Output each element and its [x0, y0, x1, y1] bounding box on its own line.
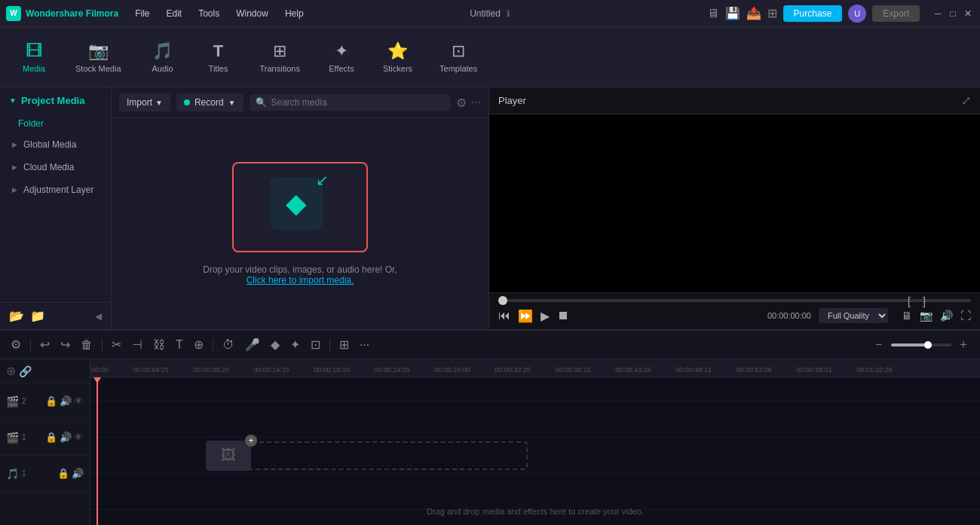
effect-btn[interactable]: ✦	[287, 334, 303, 355]
ruler-mark-2: 00:00:09:20	[193, 366, 229, 374]
toolbar-media[interactable]: 🎞 Media	[8, 35, 60, 79]
menu-help[interactable]: Help	[277, 5, 311, 22]
folder-open-icon[interactable]: 📂	[9, 309, 24, 323]
text-button[interactable]: T	[173, 335, 186, 355]
toolbar-stock-media[interactable]: 📷 Stock Media	[63, 35, 133, 79]
effects-label: Effects	[329, 64, 354, 73]
record-chevron-icon: ▼	[228, 99, 236, 107]
ruler-mark-3: 00:00:14:15	[253, 366, 289, 374]
link-button[interactable]: ⛓	[150, 335, 168, 355]
purchase-button[interactable]: Purchase	[783, 5, 843, 22]
toolbar-titles[interactable]: T Titles	[192, 35, 245, 79]
redo-button[interactable]: ↪	[57, 334, 73, 355]
panel-collapse-arrow[interactable]: ▼	[9, 96, 17, 105]
icon-share: 📤	[746, 6, 761, 20]
filmora-logo: ◆ ↙	[270, 177, 330, 237]
panel-collapse-icon[interactable]: ◀	[95, 311, 102, 322]
quality-select[interactable]: Full Quality 1/2 Quality 1/4 Quality	[819, 308, 888, 323]
toolbar-templates[interactable]: ⊡ Templates	[427, 35, 489, 79]
track-eye-icon-1[interactable]: 👁	[74, 432, 84, 443]
minimize-button[interactable]: ─	[932, 8, 944, 20]
player-controls: [ ] ⏮ ⏩ ▶ ⏹ 00:00:00:00 Full Quality 1/2…	[489, 292, 980, 329]
delete-button[interactable]: 🗑	[78, 335, 96, 355]
filter-icon[interactable]: ⚙	[456, 96, 467, 110]
ruler-mark-11: 00:00:53:06	[736, 366, 772, 374]
filmora-logo-bg: ◆ ↙	[270, 177, 323, 230]
menu-window[interactable]: Window	[228, 5, 276, 22]
title-bar: W Wondershare Filmora File Edit Tools Wi…	[0, 0, 980, 27]
track-label-video2: 🎬 2 🔒 🔊 👁	[0, 383, 90, 420]
undo-button[interactable]: ↩	[37, 334, 53, 355]
track-mute-icon-2[interactable]: 🔊	[60, 395, 72, 407]
menu-file[interactable]: File	[127, 5, 157, 22]
panel-item-folder[interactable]: Folder	[0, 114, 111, 133]
drop-zone-video1[interactable]	[241, 441, 528, 470]
toolbar-audio[interactable]: 🎵 Audio	[136, 35, 189, 79]
player-extra-icons: 🖥 📷 🔊 ⛶	[902, 310, 971, 322]
ruler-mark-13: 00:01:02:26	[856, 366, 893, 374]
snapshot-icon[interactable]: 📷	[920, 310, 933, 322]
video-track-icon-1: 🎬	[6, 432, 19, 444]
player-progress-thumb[interactable]	[498, 296, 507, 305]
player-expand-icon[interactable]: ⤢	[961, 93, 971, 108]
more-button[interactable]: ···	[357, 335, 372, 355]
split-button[interactable]: ⊣	[129, 334, 145, 355]
timeline-ruler[interactable]: 00:00:00:00 00:00:04:25 00:00:09:20 00:0…	[90, 359, 980, 377]
link-track-icon[interactable]: 🔗	[19, 365, 32, 377]
toolbar-stickers[interactable]: ⭐ Stickers	[371, 35, 424, 79]
import-button[interactable]: Import ▼	[119, 93, 170, 111]
more-options-icon[interactable]: ···	[471, 96, 481, 109]
audio-lock-icon-1[interactable]: 🔒	[57, 468, 69, 479]
close-button[interactable]: ✕	[962, 8, 974, 20]
zoom-out-button[interactable]: －	[870, 334, 888, 356]
menu-edit[interactable]: Edit	[158, 5, 189, 22]
audio-mute-icon-1[interactable]: 🔊	[72, 468, 84, 479]
track-mute-icon-1[interactable]: 🔊	[60, 432, 72, 443]
search-box: 🔍	[250, 94, 450, 111]
step-forward-button[interactable]: ⏩	[518, 309, 533, 323]
zoom-in-button[interactable]: ＋	[954, 334, 972, 356]
zoom-slider[interactable]	[891, 343, 951, 346]
panel-item-global-media[interactable]: ▶ Global Media	[0, 133, 111, 156]
maximize-button[interactable]: □	[947, 8, 959, 20]
track-lock-icon-1[interactable]: 🔒	[45, 432, 57, 443]
timeline-settings-button[interactable]: ⚙	[8, 334, 24, 355]
export-button[interactable]: Export	[872, 5, 920, 22]
record-button[interactable]: Record ▼	[176, 93, 243, 111]
crop-button[interactable]: ⊕	[191, 334, 207, 355]
zoom-thumb[interactable]	[924, 341, 932, 349]
record-dot-icon	[184, 99, 190, 105]
audio-icon: 🎵	[152, 41, 173, 61]
keyframe-button[interactable]: ◆	[268, 334, 283, 355]
panel-item-cloud-media[interactable]: ▶ Cloud Media	[0, 156, 111, 179]
screenshot-icon[interactable]: 🖥	[902, 310, 912, 322]
ruler-mark-9: 00:00:43:16	[615, 366, 651, 374]
panel-item-adjustment-layer[interactable]: ▶ Adjustment Layer	[0, 179, 111, 201]
avatar[interactable]: U	[848, 5, 866, 23]
fullscreen-icon[interactable]: ⛶	[960, 310, 971, 322]
speed-button[interactable]: ⏱	[219, 335, 237, 355]
volume-icon[interactable]: 🔊	[940, 310, 953, 322]
rewind-button[interactable]: ⏮	[498, 309, 510, 322]
folder-new-icon[interactable]: 📁	[30, 309, 45, 323]
search-icon: 🔍	[256, 97, 267, 108]
playhead[interactable]	[96, 377, 98, 525]
play-button[interactable]: ▶	[541, 309, 550, 323]
import-link[interactable]: Click here to import media.	[247, 275, 354, 285]
player-progress-bar[interactable]: [ ]	[498, 299, 971, 302]
search-input[interactable]	[271, 97, 444, 108]
pip-button[interactable]: ⊡	[308, 334, 323, 355]
toolbar-effects[interactable]: ✦ Effects	[315, 35, 368, 79]
stop-button[interactable]: ⏹	[557, 309, 569, 322]
record-label: Record	[194, 97, 224, 108]
menu-tools[interactable]: Tools	[191, 5, 227, 22]
track-lock-icon-2[interactable]: 🔒	[45, 395, 57, 407]
audio-btn[interactable]: 🎤	[242, 334, 263, 355]
cut-button[interactable]: ✂	[109, 334, 124, 355]
add-track-icon[interactable]: ⊕	[6, 364, 16, 378]
grid-view-button[interactable]: ⊞	[336, 334, 352, 355]
track-eye-icon-2[interactable]: 👁	[74, 395, 84, 407]
media-drop-area: ◆ ↙ Drop your video clips, images, or au…	[112, 118, 488, 329]
toolbar-transitions[interactable]: ⊞ Transitions	[248, 35, 312, 79]
playhead-triangle	[93, 377, 101, 383]
